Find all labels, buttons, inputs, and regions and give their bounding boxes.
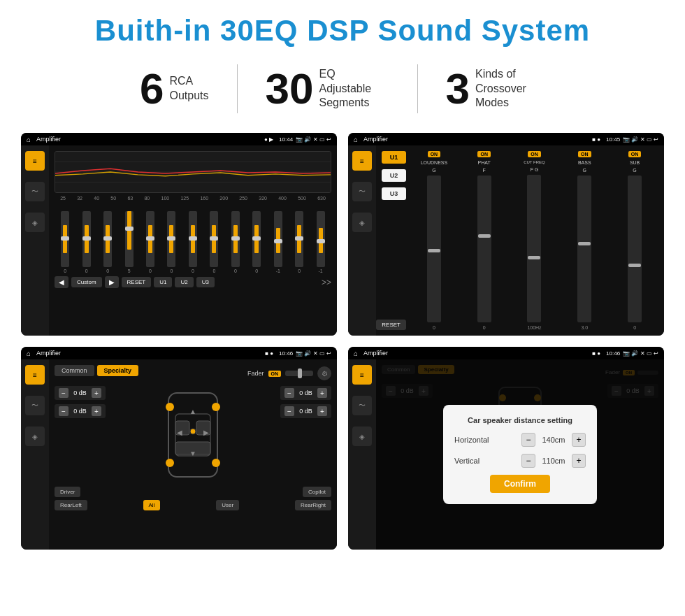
distance-side-btn-3[interactable]: ◈ — [352, 427, 372, 446]
eq-u2-btn[interactable]: U2 — [175, 277, 193, 287]
sub-g: G — [633, 168, 636, 173]
eq-screen-card: ⌂ Amplifier ● ▶ 10:44 📷 🔊 ✕ ▭ ↩ ≡ 〜 ◈ — [21, 133, 337, 336]
db-minus-2[interactable]: − — [59, 406, 68, 416]
eq-status-icons: 10:44 📷 🔊 ✕ ▭ ↩ — [279, 136, 331, 143]
u2-btn[interactable]: U2 — [382, 169, 406, 182]
eq-next-arrow[interactable]: ▶ — [105, 276, 119, 288]
crossover-side-btn-3[interactable]: ◈ — [352, 213, 372, 232]
fader-speaker-layout: − 0 dB + − 0 dB + — [55, 386, 331, 484]
eq-u3-btn[interactable]: U3 — [196, 277, 215, 287]
eq-app-name: Amplifier — [36, 136, 259, 143]
fader-tab-specialty[interactable]: Specialty — [97, 365, 139, 376]
u1-btn[interactable]: U1 — [382, 151, 406, 164]
fader-row: Fader ON ⚙ — [247, 366, 331, 380]
all-btn[interactable]: All — [143, 500, 161, 510]
copilot-btn[interactable]: Copilot — [303, 487, 331, 497]
vertical-label: Vertical — [454, 457, 496, 465]
rearright-btn[interactable]: RearRight — [295, 500, 331, 510]
fader-tab-common[interactable]: Common — [55, 365, 94, 376]
main-title: Buith-in 30EQ DSP Sound System — [21, 14, 664, 48]
db-value-1: 0 dB — [71, 389, 89, 396]
vertical-plus-btn[interactable]: + — [572, 454, 586, 468]
eq-slider-11: -1 — [274, 211, 282, 273]
db-control-2: − 0 dB + — [55, 404, 106, 418]
horizontal-plus-btn[interactable]: + — [572, 433, 586, 447]
db-plus-2[interactable]: + — [92, 406, 101, 416]
cutfreq-slider[interactable] — [527, 175, 541, 322]
eq-graph — [55, 151, 331, 193]
loudness-slider[interactable] — [427, 176, 441, 322]
crossover-side-btn-2[interactable]: 〜 — [352, 182, 372, 201]
eq-freq-labels: 253240 506380 100125160 200250320 400500… — [55, 196, 331, 201]
crossover-side-btn-1[interactable]: ≡ — [352, 151, 372, 171]
distance-screen-content: ≡ 〜 ◈ Common Specialty Fader ON — [348, 359, 664, 550]
phat-col: ON PHAT F 0 — [461, 151, 508, 330]
svg-point-11 — [166, 459, 174, 467]
eq-prev-arrow[interactable]: ◀ — [55, 276, 68, 288]
db-plus-1[interactable]: + — [92, 388, 101, 398]
db-value-4: 0 dB — [297, 408, 315, 415]
db-plus-4[interactable]: + — [317, 406, 327, 416]
eq-slider-1: 0 — [61, 211, 69, 273]
dialog-title: Car speaker distance setting — [454, 416, 586, 424]
phat-label: PHAT — [478, 160, 491, 165]
user-btn[interactable]: User — [216, 500, 239, 510]
fader-side-btn-2[interactable]: 〜 — [25, 396, 45, 415]
db-minus-3[interactable]: − — [284, 388, 294, 398]
eq-side-btn-3[interactable]: ◈ — [25, 213, 45, 232]
home-icon-2: ⌂ — [354, 136, 358, 143]
distance-side-btn-1[interactable]: ≡ — [352, 365, 372, 385]
eq-slider-13: -1 — [317, 211, 325, 273]
fader-settings-icon[interactable]: ⚙ — [317, 366, 331, 380]
distance-side-btn-2[interactable]: 〜 — [352, 396, 372, 415]
car-svg: ▲ ▼ ◀ ▶ — [154, 386, 231, 484]
distance-status-bar: ⌂ Amplifier ■ ● 10:46 📷 🔊 ✕ ▭ ↩ — [348, 347, 664, 359]
cutfreq-val: 100Hz — [527, 325, 541, 330]
stat-number-crossover: 3 — [446, 67, 470, 110]
eq-screen-content: ≡ 〜 ◈ — [21, 145, 337, 336]
eq-slider-3: 0 — [103, 211, 112, 273]
phat-slider[interactable] — [477, 176, 491, 322]
sub-slider[interactable] — [628, 176, 642, 322]
eq-custom-btn[interactable]: Custom — [71, 277, 102, 287]
eq-side-btn-2[interactable]: 〜 — [25, 182, 45, 201]
distance-screen-card: ⌂ Amplifier ■ ● 10:46 📷 🔊 ✕ ▭ ↩ ≡ 〜 ◈ — [348, 347, 664, 550]
stat-crossover: 3 Kinds of Crossover Modes — [418, 67, 573, 110]
distance-status-icons: 10:46 📷 🔊 ✕ ▭ ↩ — [606, 350, 658, 357]
eq-slider-4: 5 — [125, 211, 134, 273]
right-controls: − 0 dB + − 0 dB + — [280, 386, 331, 484]
crossover-status-icons: 10:45 📷 🔊 ✕ ▭ ↩ — [606, 136, 658, 143]
eq-sliders-container: 0 0 0 5 — [55, 203, 331, 273]
db-minus-1[interactable]: − — [59, 388, 68, 398]
driver-btn[interactable]: Driver — [55, 487, 80, 497]
eq-slider-9: 0 — [231, 211, 240, 273]
cutfreq-col: ON CUT FREQ F G 100Hz — [511, 151, 558, 330]
page-wrapper: Buith-in 30EQ DSP Sound System 6 RCA Out… — [0, 0, 685, 564]
eq-expand-icon[interactable]: >> — [322, 278, 331, 287]
fader-track[interactable] — [285, 371, 313, 376]
loudness-col: ON LOUDNESS G 0 — [410, 151, 458, 330]
horizontal-minus-btn[interactable]: − — [521, 433, 535, 447]
u3-btn[interactable]: U3 — [382, 187, 406, 200]
rearleft-btn[interactable]: RearLeft — [55, 500, 87, 510]
screenshots-grid: ⌂ Amplifier ● ▶ 10:44 📷 🔊 ✕ ▭ ↩ ≡ 〜 ◈ — [21, 133, 664, 550]
eq-u1-btn[interactable]: U1 — [154, 277, 172, 287]
bass-slider[interactable] — [577, 176, 591, 322]
eq-side-btn-1[interactable]: ≡ — [25, 151, 45, 171]
db-minus-4[interactable]: − — [284, 406, 294, 416]
db-control-3: − 0 dB + — [280, 386, 331, 400]
fader-status-bar: ⌂ Amplifier ■ ● 10:46 📷 🔊 ✕ ▭ ↩ — [21, 347, 337, 359]
eq-reset-btn[interactable]: RESET — [122, 277, 152, 287]
vertical-control: − 110cm + — [521, 454, 586, 468]
crossover-reset-btn[interactable]: RESET — [376, 320, 406, 330]
db-plus-3[interactable]: + — [317, 388, 327, 398]
channels-area: ON LOUDNESS G 0 ON PHAT F — [410, 151, 658, 330]
fader-side-btn-1[interactable]: ≡ — [25, 365, 45, 385]
fader-side-btn-3[interactable]: ◈ — [25, 427, 45, 446]
eq-slider-5: 0 — [146, 211, 154, 273]
stat-label-eq: EQ Adjustable Segments — [319, 67, 389, 110]
confirm-button[interactable]: Confirm — [490, 475, 550, 493]
vertical-minus-btn[interactable]: − — [521, 454, 535, 468]
phat-val: 0 — [483, 325, 486, 330]
fader-screen-card: ⌂ Amplifier ■ ● 10:46 📷 🔊 ✕ ▭ ↩ ≡ 〜 ◈ — [21, 347, 337, 550]
